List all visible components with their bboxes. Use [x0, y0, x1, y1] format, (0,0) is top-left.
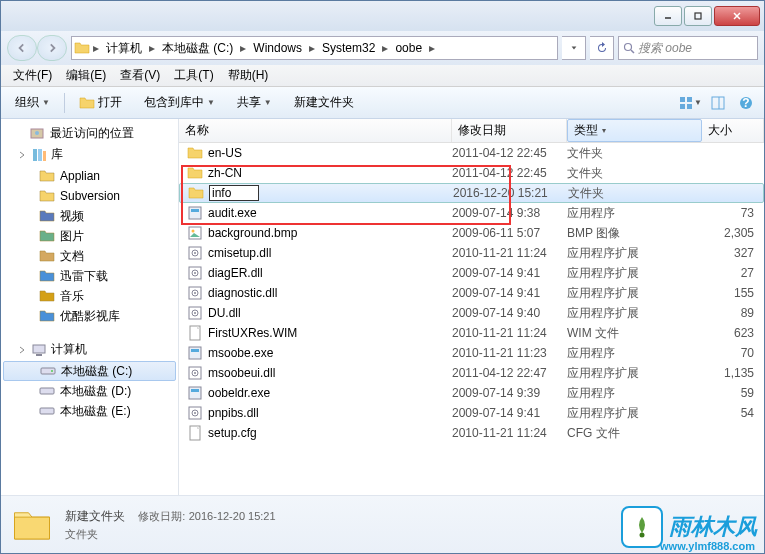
- minimize-button[interactable]: [654, 6, 682, 26]
- menu-edit[interactable]: 编辑(E): [60, 65, 112, 86]
- crumb-computer[interactable]: 计算机: [102, 37, 146, 59]
- chevron-right-icon[interactable]: ▸: [237, 41, 249, 55]
- column-size[interactable]: 大小: [702, 119, 764, 142]
- file-row[interactable]: audit.exe 2009-07-14 9:38 应用程序 73: [179, 203, 764, 223]
- file-size: 59: [702, 386, 762, 400]
- sidebar-library-item[interactable]: 文档: [1, 246, 178, 266]
- svg-rect-10: [712, 97, 724, 109]
- folder-icon: [74, 40, 90, 56]
- svg-point-4: [625, 44, 632, 51]
- file-date: 2009-07-14 9:39: [452, 386, 567, 400]
- file-list[interactable]: en-US 2011-04-12 22:45 文件夹 zh-CN 2011-04…: [179, 143, 764, 495]
- file-icon: [187, 425, 203, 441]
- folder-icon: [187, 165, 203, 181]
- library-icon: [39, 208, 55, 224]
- svg-rect-18: [43, 151, 46, 161]
- svg-point-31: [194, 252, 196, 254]
- menu-file[interactable]: 文件(F): [7, 65, 58, 86]
- chevron-right-icon[interactable]: ▸: [379, 41, 391, 55]
- sidebar-library-item[interactable]: Subversion: [1, 186, 178, 206]
- details-pane: 新建文件夹 修改日期: 2016-12-20 15:21 文件夹 雨林木风 ww…: [1, 495, 764, 553]
- svg-rect-7: [687, 97, 692, 102]
- crumb-drive-c[interactable]: 本地磁盘 (C:): [158, 37, 237, 59]
- column-name[interactable]: 名称: [179, 119, 452, 142]
- sidebar-recent-places[interactable]: 最近访问的位置: [1, 123, 178, 143]
- view-options-button[interactable]: ▼: [678, 91, 702, 115]
- file-row[interactable]: cmisetup.dll 2010-11-21 11:24 应用程序扩展 327: [179, 243, 764, 263]
- forward-button[interactable]: [37, 35, 67, 61]
- sidebar-computer-header[interactable]: 计算机: [1, 338, 178, 361]
- file-date: 2010-11-21 11:23: [452, 346, 567, 360]
- refresh-button[interactable]: [590, 36, 614, 60]
- svg-rect-17: [38, 149, 42, 161]
- menu-view[interactable]: 查看(V): [114, 65, 166, 86]
- maximize-button[interactable]: [684, 6, 712, 26]
- svg-rect-43: [191, 349, 199, 352]
- search-input[interactable]: 搜索 oobe: [618, 36, 758, 60]
- breadcrumb[interactable]: ▸ 计算机 ▸ 本地磁盘 (C:) ▸ Windows ▸ System32 ▸…: [71, 36, 558, 60]
- sidebar-library-item[interactable]: Applian: [1, 166, 178, 186]
- include-library-button[interactable]: 包含到库中 ▼: [136, 90, 223, 115]
- preview-pane-button[interactable]: [706, 91, 730, 115]
- file-row[interactable]: oobeldr.exe 2009-07-14 9:39 应用程序 59: [179, 383, 764, 403]
- exe-icon: [187, 345, 203, 361]
- sidebar-drive-c[interactable]: 本地磁盘 (C:): [3, 361, 176, 381]
- file-row[interactable]: msoobeui.dll 2011-04-12 22:47 应用程序扩展 1,1…: [179, 363, 764, 383]
- sidebar-drive-e[interactable]: 本地磁盘 (E:): [1, 401, 178, 421]
- file-date: 2011-04-12 22:45: [452, 146, 567, 160]
- crumb-system32[interactable]: System32: [318, 37, 379, 59]
- back-button[interactable]: [7, 35, 37, 61]
- share-button[interactable]: 共享 ▼: [229, 90, 280, 115]
- menu-tools[interactable]: 工具(T): [168, 65, 219, 86]
- sidebar-item-label: Subversion: [60, 189, 120, 203]
- file-row[interactable]: DU.dll 2009-07-14 9:40 应用程序扩展 89: [179, 303, 764, 323]
- help-button[interactable]: ?: [734, 91, 758, 115]
- file-row[interactable]: en-US 2011-04-12 22:45 文件夹: [179, 143, 764, 163]
- chevron-right-icon[interactable]: ▸: [306, 41, 318, 55]
- sidebar-library-item[interactable]: 迅雷下载: [1, 266, 178, 286]
- new-folder-button[interactable]: 新建文件夹: [286, 90, 362, 115]
- sidebar-item-label: 文档: [60, 248, 84, 265]
- file-row[interactable]: background.bmp 2009-06-11 5:07 BMP 图像 2,…: [179, 223, 764, 243]
- history-dropdown[interactable]: [562, 36, 586, 60]
- sidebar-item-label: 本地磁盘 (C:): [61, 363, 132, 380]
- sidebar-library-item[interactable]: 图片: [1, 226, 178, 246]
- chevron-right-icon[interactable]: ▸: [426, 41, 438, 55]
- file-row[interactable]: setup.cfg 2010-11-21 11:24 CFG 文件: [179, 423, 764, 443]
- sidebar-library-item[interactable]: 视频: [1, 206, 178, 226]
- sidebar-item-label: 计算机: [51, 341, 87, 358]
- open-button[interactable]: 打开: [71, 90, 130, 115]
- sidebar-libraries-header[interactable]: 库: [1, 143, 178, 166]
- close-button[interactable]: [714, 6, 760, 26]
- svg-point-34: [194, 272, 196, 274]
- svg-point-40: [194, 312, 196, 314]
- chevron-right-icon[interactable]: ▸: [90, 41, 102, 55]
- column-date[interactable]: 修改日期: [452, 119, 567, 142]
- menu-help[interactable]: 帮助(H): [222, 65, 275, 86]
- file-row[interactable]: FirstUXRes.WIM 2010-11-21 11:24 WIM 文件 6…: [179, 323, 764, 343]
- sidebar-library-item[interactable]: 音乐: [1, 286, 178, 306]
- file-date: 2010-11-21 11:24: [452, 246, 567, 260]
- file-date: 2009-07-14 9:41: [452, 406, 567, 420]
- watermark-logo-icon: [621, 506, 663, 548]
- sidebar-drive-d[interactable]: 本地磁盘 (D:): [1, 381, 178, 401]
- file-row[interactable]: zh-CN 2011-04-12 22:45 文件夹: [179, 163, 764, 183]
- file-size: 89: [702, 306, 762, 320]
- crumb-windows[interactable]: Windows: [249, 37, 306, 59]
- file-row[interactable]: msoobe.exe 2010-11-21 11:23 应用程序 70: [179, 343, 764, 363]
- organize-button[interactable]: 组织 ▼: [7, 90, 58, 115]
- file-size: 73: [702, 206, 762, 220]
- dll-icon: [187, 405, 203, 421]
- chevron-right-icon[interactable]: ▸: [146, 41, 158, 55]
- file-row[interactable]: diagER.dll 2009-07-14 9:41 应用程序扩展 27: [179, 263, 764, 283]
- file-row[interactable]: 2016-12-20 15:21 文件夹: [179, 183, 764, 203]
- rename-input[interactable]: [209, 185, 259, 201]
- sidebar-item-label: 本地磁盘 (D:): [60, 383, 131, 400]
- column-type[interactable]: 类型 ▾: [567, 119, 702, 142]
- library-icon: [39, 288, 55, 304]
- crumb-oobe[interactable]: oobe: [391, 37, 426, 59]
- file-row[interactable]: diagnostic.dll 2009-07-14 9:41 应用程序扩展 15…: [179, 283, 764, 303]
- file-row[interactable]: pnpibs.dll 2009-07-14 9:41 应用程序扩展 54: [179, 403, 764, 423]
- file-name: FirstUXRes.WIM: [208, 326, 297, 340]
- sidebar-library-item[interactable]: 优酷影视库: [1, 306, 178, 326]
